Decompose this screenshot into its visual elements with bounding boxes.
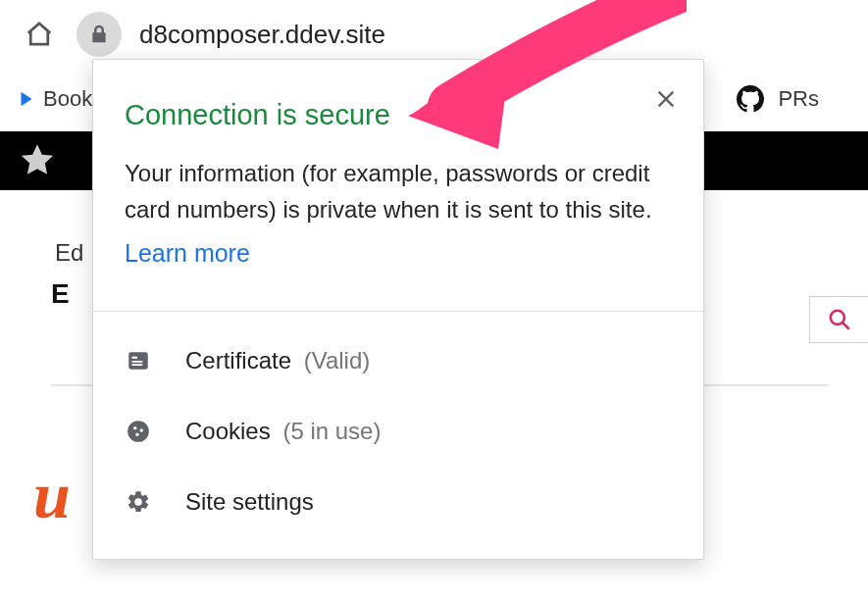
svg-point-10 [133, 426, 136, 429]
home-icon [25, 20, 54, 49]
popover-menu: Certificate (Valid) Cookies (5 in use) S… [93, 312, 703, 559]
close-icon [655, 88, 677, 110]
popover-description: Your information (for example, passwords… [125, 155, 672, 227]
lock-icon [89, 24, 109, 45]
bookmarks-item-prs[interactable]: PRs [737, 85, 848, 113]
popover-header: Connection is secure Your information (f… [93, 60, 703, 311]
page-title-fragment: E [51, 278, 70, 310]
cookie-icon [125, 418, 152, 445]
site-search-button[interactable] [809, 296, 868, 343]
svg-point-9 [128, 422, 149, 443]
svg-rect-6 [132, 357, 137, 359]
site-settings-label: Site settings [185, 488, 314, 516]
site-info-button[interactable] [77, 12, 122, 57]
svg-rect-7 [132, 361, 143, 363]
svg-line-2 [842, 323, 849, 329]
svg-point-11 [140, 429, 143, 432]
cookies-count: (5 in use) [282, 418, 381, 444]
cookies-label: Cookies [185, 418, 271, 444]
gear-icon [125, 488, 152, 516]
close-button[interactable] [650, 83, 682, 115]
url-text[interactable]: d8composer.ddev.site [139, 20, 385, 50]
svg-point-12 [135, 433, 138, 436]
page-nav-fragment: Ed [55, 239, 83, 267]
site-info-popover: Connection is secure Your information (f… [92, 59, 704, 560]
certificate-status: (Valid) [304, 347, 371, 374]
site-star-icon [18, 141, 57, 180]
learn-more-link[interactable]: Learn more [125, 239, 250, 268]
svg-marker-0 [22, 92, 32, 107]
site-settings-row[interactable]: Site settings [93, 467, 703, 537]
certificate-row[interactable]: Certificate (Valid) [93, 325, 703, 396]
magnifier-icon [827, 307, 852, 332]
certificate-icon [125, 347, 152, 374]
github-icon [737, 85, 764, 113]
bookmark-star-fragment-icon [20, 88, 33, 110]
certificate-label: Certificate [185, 347, 291, 374]
site-logo-fragment: u [33, 457, 65, 534]
popover-title: Connection is secure [125, 99, 672, 131]
svg-point-1 [830, 311, 843, 324]
svg-rect-8 [132, 365, 143, 367]
cookies-row[interactable]: Cookies (5 in use) [93, 396, 703, 467]
home-button[interactable] [20, 15, 59, 54]
